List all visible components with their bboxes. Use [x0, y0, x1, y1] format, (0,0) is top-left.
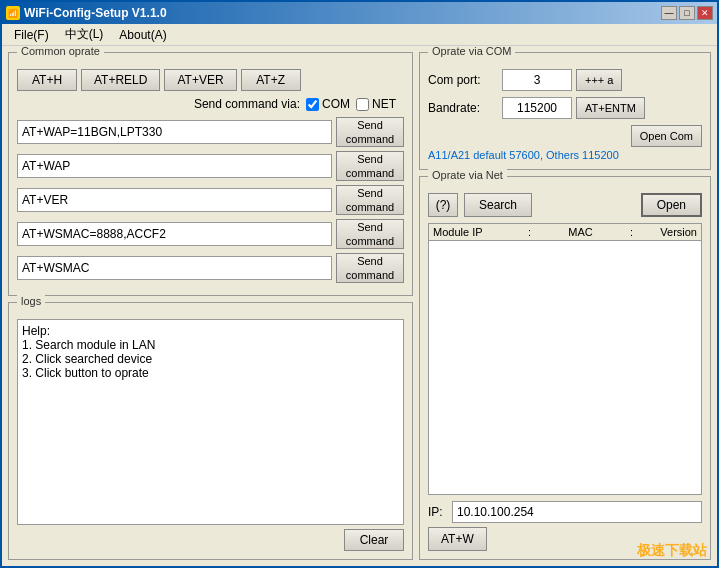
baudrate-label: Bandrate:: [428, 101, 498, 115]
logs-group: logs Help: 1. Search module in LAN 2. Cl…: [8, 302, 413, 560]
cmd-input-4[interactable]: [17, 256, 332, 280]
open-com-button[interactable]: Open Com: [631, 125, 702, 147]
at-reld-button[interactable]: AT+RELD: [81, 69, 160, 91]
net-checkbox[interactable]: [356, 98, 369, 111]
menu-about[interactable]: About(A): [111, 26, 174, 44]
cmd-row-0: Sendcommand: [17, 117, 404, 147]
send-cmd-btn-1[interactable]: Sendcommand: [336, 151, 404, 181]
question-button[interactable]: (?): [428, 193, 458, 217]
common-oprate-group: Common oprate AT+H AT+RELD AT+VER AT+Z S…: [8, 52, 413, 296]
oprate-via-net-title: Oprate via Net: [428, 169, 507, 181]
common-oprate-title: Common oprate: [17, 46, 104, 57]
content-area: Common oprate AT+H AT+RELD AT+VER AT+Z S…: [2, 46, 717, 566]
net-list: [428, 240, 702, 495]
right-panel: Oprate via COM Com port: +++ a Bandrate:…: [419, 52, 711, 560]
send-cmd-btn-4[interactable]: Sendcommand: [336, 253, 404, 283]
ip-label: IP:: [428, 505, 448, 519]
com-checkbox-label: COM: [322, 97, 350, 111]
com-port-input[interactable]: [502, 69, 572, 91]
log-line-0: Help:: [22, 324, 399, 338]
main-window: 📶 WiFi-Config-Setup V1.1.0 — □ ✕ File(F)…: [0, 0, 719, 568]
window-title: WiFi-Config-Setup V1.1.0: [24, 6, 167, 20]
baudrate-row: Bandrate: AT+ENTM: [428, 97, 702, 119]
oprate-via-net-group: Oprate via Net (?) Search Open Module IP…: [419, 176, 711, 560]
com-checkbox[interactable]: [306, 98, 319, 111]
com-hint: A11/A21 default 57600, Others 115200: [428, 149, 702, 161]
at-h-button[interactable]: AT+H: [17, 69, 77, 91]
open-net-button[interactable]: Open: [641, 193, 702, 217]
cmd-input-2[interactable]: [17, 188, 332, 212]
col-version: Version: [637, 226, 697, 238]
menu-chinese[interactable]: 中文(L): [57, 24, 112, 45]
log-line-3: 3. Click button to oprate: [22, 366, 399, 380]
net-top-row: (?) Search Open: [428, 193, 702, 217]
com-port-row: Com port: +++ a: [428, 69, 702, 91]
col-module-ip: Module IP: [433, 226, 524, 238]
maximize-button[interactable]: □: [679, 6, 695, 20]
net-checkbox-group[interactable]: NET: [356, 97, 396, 111]
oprate-via-com-group: Oprate via COM Com port: +++ a Bandrate:…: [419, 52, 711, 170]
at-w-button[interactable]: AT+W: [428, 527, 487, 551]
cmd-input-3[interactable]: [17, 222, 332, 246]
logs-content: Help: 1. Search module in LAN 2. Click s…: [17, 319, 404, 525]
app-icon: 📶: [6, 6, 20, 20]
send-cmd-btn-3[interactable]: Sendcommand: [336, 219, 404, 249]
title-bar: 📶 WiFi-Config-Setup V1.1.0 — □ ✕: [2, 2, 717, 24]
send-via-row: Send command via: COM NET: [17, 97, 404, 111]
search-button[interactable]: Search: [464, 193, 532, 217]
oprate-via-com-title: Oprate via COM: [428, 46, 515, 57]
net-checkbox-label: NET: [372, 97, 396, 111]
clear-button[interactable]: Clear: [344, 529, 404, 551]
col-mac: MAC: [535, 226, 626, 238]
menu-bar: File(F) 中文(L) About(A): [2, 24, 717, 46]
com-checkbox-group[interactable]: COM: [306, 97, 350, 111]
log-line-1: 1. Search module in LAN: [22, 338, 399, 352]
title-controls: — □ ✕: [661, 6, 713, 20]
net-table-header: Module IP : MAC : Version: [428, 223, 702, 240]
cmd-input-1[interactable]: [17, 154, 332, 178]
col-sep2: :: [626, 226, 637, 238]
send-cmd-btn-2[interactable]: Sendcommand: [336, 185, 404, 215]
send-cmd-btn-0[interactable]: Sendcommand: [336, 117, 404, 147]
ip-row: IP:: [428, 501, 702, 523]
cmd-input-0[interactable]: [17, 120, 332, 144]
col-sep1: :: [524, 226, 535, 238]
common-oprate-buttons: AT+H AT+RELD AT+VER AT+Z: [17, 69, 404, 91]
menu-file[interactable]: File(F): [6, 26, 57, 44]
cmd-row-2: Sendcommand: [17, 185, 404, 215]
baudrate-input[interactable]: [502, 97, 572, 119]
at-z-button[interactable]: AT+Z: [241, 69, 301, 91]
com-port-label: Com port:: [428, 73, 498, 87]
atw-row: AT+W: [428, 527, 702, 551]
cmd-row-1: Sendcommand: [17, 151, 404, 181]
at-entm-button[interactable]: AT+ENTM: [576, 97, 645, 119]
minimize-button[interactable]: —: [661, 6, 677, 20]
clear-btn-row: Clear: [17, 529, 404, 551]
ip-input[interactable]: [452, 501, 702, 523]
close-button[interactable]: ✕: [697, 6, 713, 20]
cmd-row-3: Sendcommand: [17, 219, 404, 249]
plus-a-button[interactable]: +++ a: [576, 69, 622, 91]
log-line-2: 2. Click searched device: [22, 352, 399, 366]
at-ver-button[interactable]: AT+VER: [164, 69, 236, 91]
left-panel: Common oprate AT+H AT+RELD AT+VER AT+Z S…: [8, 52, 413, 560]
cmd-row-4: Sendcommand: [17, 253, 404, 283]
logs-title: logs: [17, 295, 45, 307]
send-via-label: Send command via:: [194, 97, 300, 111]
